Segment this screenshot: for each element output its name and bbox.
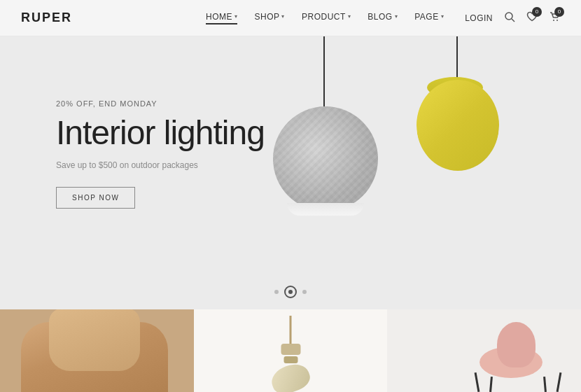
navbar: RUPER HOME ▾ SHOP ▾ PRODUCT ▾ BLOG ▾	[0, 0, 581, 36]
nav-link-blog[interactable]: BLOG ▾	[368, 12, 398, 22]
shop-now-button[interactable]: SHOP NOW	[56, 187, 135, 209]
nav-link-home[interactable]: HOME ▾	[206, 12, 238, 24]
nav-item-shop[interactable]: SHOP ▾	[254, 12, 285, 24]
product-card-3[interactable]	[387, 309, 581, 392]
login-button[interactable]: LOGIN	[465, 13, 493, 23]
product-card-1[interactable]	[0, 309, 194, 392]
gray-lamp-body	[273, 106, 378, 211]
brand-logo[interactable]: RUPER	[21, 10, 72, 25]
slider-dots	[274, 286, 307, 298]
gray-lamp-bottom	[287, 203, 364, 216]
yellow-lamp	[413, 36, 511, 204]
gray-lamp	[273, 36, 385, 267]
nav-menu: HOME ▾ SHOP ▾ PRODUCT ▾ BLOG ▾ PAGE	[206, 12, 444, 24]
nav-item-home[interactable]: HOME ▾	[206, 12, 238, 24]
svg-point-0	[505, 13, 512, 20]
chevron-down-icon: ▾	[348, 13, 351, 20]
nav-link-page[interactable]: PAGE ▾	[414, 12, 444, 22]
nav-item-page[interactable]: PAGE ▾	[414, 12, 444, 24]
hero-subtitle: Save up to $500 on outdoor packages	[56, 160, 265, 170]
gray-lamp-cord	[323, 36, 325, 113]
svg-point-2	[553, 20, 554, 21]
wishlist-badge: 0	[532, 7, 542, 17]
nav-link-product[interactable]: PRODUCT ▾	[302, 12, 351, 22]
hero-promo-text: 20% OFF, END MONDAY	[56, 99, 265, 108]
chevron-down-icon: ▾	[281, 13, 285, 20]
chevron-down-icon: ▾	[234, 13, 238, 20]
slider-dot-3[interactable]	[302, 290, 307, 294]
cart-icon[interactable]: 0	[549, 11, 560, 25]
slider-dot-2[interactable]	[284, 286, 297, 298]
chevron-down-icon: ▾	[441, 13, 444, 20]
cart-badge: 0	[554, 7, 564, 17]
hero-section: 20% OFF, END MONDAY Interior lighting Sa…	[0, 36, 581, 309]
wishlist-icon[interactable]: 0	[526, 11, 538, 25]
hero-title: Interior lighting	[56, 115, 265, 152]
hero-content: 20% OFF, END MONDAY Interior lighting Sa…	[56, 99, 265, 209]
nav-item-product[interactable]: PRODUCT ▾	[302, 12, 351, 24]
yellow-lamp-shade	[416, 80, 499, 171]
product-card-2[interactable]	[194, 309, 388, 392]
search-icon[interactable]	[504, 11, 515, 25]
svg-line-1	[512, 19, 514, 22]
svg-point-3	[556, 20, 558, 21]
nav-item-blog[interactable]: BLOG ▾	[368, 12, 398, 24]
nav-actions: LOGIN 0 0	[465, 11, 560, 25]
slider-dot-1[interactable]	[274, 290, 279, 294]
product-row	[0, 309, 581, 392]
spotlight	[272, 316, 310, 392]
chevron-down-icon: ▾	[395, 13, 398, 20]
nav-link-shop[interactable]: SHOP ▾	[254, 12, 285, 22]
